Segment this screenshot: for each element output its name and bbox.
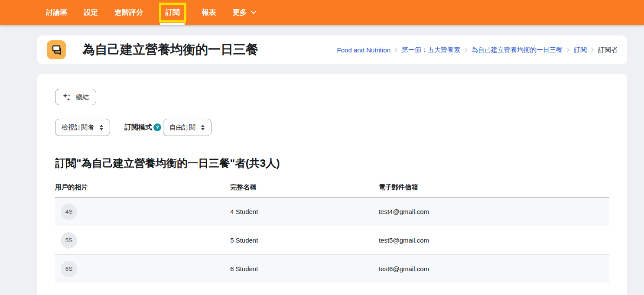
column-header-fullname: 完整名稱 (230, 177, 379, 198)
chevron-right-icon (591, 47, 594, 52)
table-header-row: 用戶的相片 完整名稱 電子郵件信箱 (55, 177, 609, 198)
table-row: 6S 6 Student test6@gmail.com (55, 255, 609, 283)
subscriber-email: test5@gmail.com (379, 226, 609, 255)
page-title: 為自己建立營養均衡的一日三餐 (82, 41, 258, 58)
column-header-email: 電子郵件信箱 (379, 177, 609, 198)
subscribers-table: 用戶的相片 完整名稱 電子郵件信箱 4S 4 Student test4@gma… (55, 177, 609, 283)
avatar[interactable]: 4S (61, 204, 77, 220)
breadcrumb-activity-link[interactable]: 為自己建立營養均衡的一日三餐 (472, 46, 563, 54)
table-row: 5S 5 Student test5@gmail.com (55, 226, 609, 255)
subscription-mode-label: 訂閱模式 (124, 123, 152, 132)
summarize-button-label: 總結 (76, 93, 89, 101)
summarize-button[interactable]: 總結 (55, 89, 96, 105)
chevron-down-icon (251, 11, 256, 14)
subscriber-email: test4@gmail.com (379, 198, 609, 226)
subscribers-heading: 訂閱"為自己建立營養均衡的一日三餐"者(共3人) (55, 156, 609, 177)
top-navbar: 討論區 設定 進階評分 訂閱 報表 更多 (0, 0, 644, 25)
chevron-right-icon (566, 47, 570, 52)
breadcrumb-section-link[interactable]: 第一節：五大營養素 (402, 46, 460, 54)
tab-reports[interactable]: 報表 (201, 0, 217, 25)
tab-settings[interactable]: 設定 (83, 0, 99, 25)
tab-reports-label: 報表 (201, 8, 217, 17)
sort-updown-icon (99, 124, 104, 131)
tab-forum-label: 討論區 (45, 8, 68, 17)
tab-forum[interactable]: 討論區 (45, 0, 68, 25)
subscriber-name: 4 Student (230, 198, 379, 226)
main-content-card: 總結 檢視訂閱者 訂閱模式 ? 自由訂閱 訂閱"為自己建立營養均衡的一日三 (37, 74, 627, 295)
tab-more[interactable]: 更多 (232, 0, 256, 25)
avatar[interactable]: 6S (61, 261, 77, 277)
view-subscribers-dropdown-value: 檢視訂閱者 (62, 123, 94, 132)
subscriber-email: test6@gmail.com (379, 255, 609, 283)
view-subscribers-dropdown[interactable]: 檢視訂閱者 (55, 119, 110, 136)
chevron-right-icon (394, 47, 398, 52)
tab-subscriptions-label: 訂閱 (159, 3, 186, 23)
tab-settings-label: 設定 (83, 8, 99, 17)
sparkles-ai-icon (62, 93, 72, 102)
chevron-right-icon (464, 47, 468, 52)
subscription-controls: 檢視訂閱者 訂閱模式 ? 自由訂閱 (55, 119, 609, 136)
tab-advanced-grading[interactable]: 進階評分 (114, 0, 144, 25)
tab-subscriptions[interactable]: 訂閱 (159, 0, 186, 25)
tab-advanced-grading-label: 進階評分 (114, 8, 144, 17)
column-header-photo: 用戶的相片 (55, 177, 230, 198)
tab-more-label: 更多 (232, 8, 248, 17)
forum-chat-icon (47, 40, 66, 59)
subscription-mode-dropdown-value: 自由訂閱 (169, 123, 195, 132)
table-row: 4S 4 Student test4@gmail.com (55, 198, 609, 226)
breadcrumb: Food and Nutrition 第一節：五大營養素 為自己建立營養均衡的一… (337, 46, 618, 54)
sort-updown-icon (201, 124, 205, 131)
breadcrumb-subscribe-link[interactable]: 訂閱 (574, 46, 587, 54)
subscriber-name: 6 Student (230, 255, 379, 283)
breadcrumb-course-link[interactable]: Food and Nutrition (337, 46, 390, 54)
subscriber-name: 5 Student (230, 226, 379, 255)
active-tab-underline (160, 23, 185, 25)
question-help-icon[interactable]: ? (153, 123, 161, 131)
avatar[interactable]: 5S (61, 232, 77, 249)
breadcrumb-current-subscribers: 訂閱者 (598, 46, 618, 54)
activity-header-card: 為自己建立營養均衡的一日三餐 Food and Nutrition 第一節：五大… (37, 36, 627, 64)
subscription-mode-dropdown[interactable]: 自由訂閱 (163, 119, 211, 136)
